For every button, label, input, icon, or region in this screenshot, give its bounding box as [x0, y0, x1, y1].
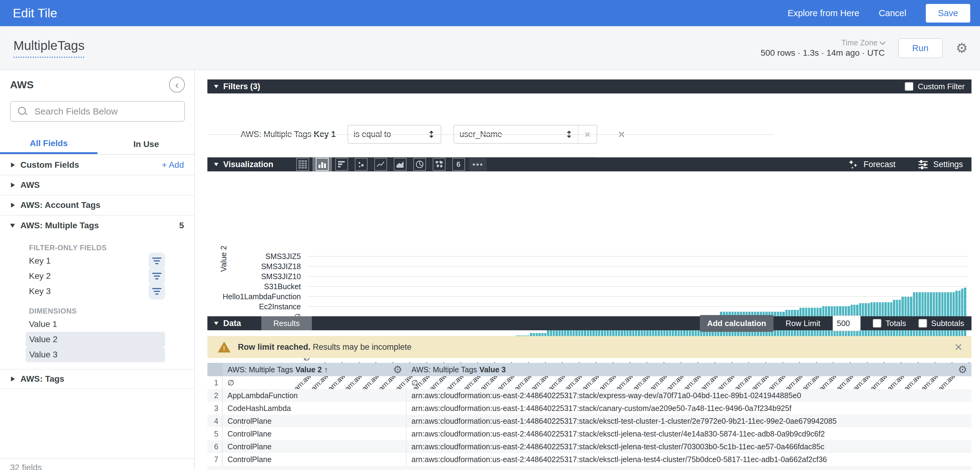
- sparkle-icon: [848, 159, 859, 170]
- tab-in-use[interactable]: In Use: [97, 135, 195, 154]
- tab-all-fields[interactable]: All Fields: [0, 135, 97, 154]
- sidebar-item-aws[interactable]: AWS: [0, 175, 195, 195]
- row-number: 7: [207, 453, 223, 466]
- table-chart-icon[interactable]: [293, 157, 312, 171]
- column-gear-icon[interactable]: ⚙: [393, 364, 402, 376]
- search-input[interactable]: [34, 106, 184, 117]
- column-header-value-3[interactable]: AWS: Multiple Tags Value 3 ⚙: [407, 363, 972, 376]
- cell-value-2: ControlPlane: [223, 440, 407, 453]
- query-title[interactable]: MultipleTags: [13, 38, 84, 58]
- explore-main: Filters (3) Custom Filter AWS: Multiple …: [195, 70, 980, 470]
- bar-chart-icon[interactable]: [312, 157, 332, 171]
- custom-filter-checkbox[interactable]: [905, 82, 913, 91]
- collapse-sidebar-button[interactable]: ‹: [169, 77, 185, 92]
- line-chart-icon[interactable]: [371, 157, 390, 171]
- caret-right-icon: [11, 162, 15, 167]
- close-icon[interactable]: ×: [955, 340, 963, 355]
- model-name: AWS: [10, 79, 33, 91]
- row-limit-warning: ! Row limit reached. Results may be inco…: [207, 336, 972, 358]
- column-gear-icon[interactable]: ⚙: [958, 364, 967, 376]
- table-row-partial: [207, 466, 972, 470]
- sidebar-item-multiple-tags[interactable]: AWS: Multiple Tags 5: [0, 216, 195, 236]
- filter-icon[interactable]: [149, 252, 165, 269]
- chart-type-picker: 6 •••: [293, 157, 488, 171]
- totals-checkbox[interactable]: [873, 319, 881, 327]
- query-stats: 500 rows · 1.3s · 14m ago · UTC: [761, 48, 885, 58]
- cell-value-2: ControlPlane: [223, 453, 407, 466]
- dimensions-label: DIMENSIONS: [29, 307, 195, 315]
- row-limit-input[interactable]: [833, 315, 861, 331]
- edit-tile-window: Edit Tile Explore from Here Cancel Save …: [0, 0, 980, 470]
- cell-value-3: ∅: [407, 376, 972, 389]
- cell-value-2: ∅: [223, 376, 407, 389]
- add-calculation-button[interactable]: Add calculation: [700, 315, 773, 332]
- sidebar-item-custom-fields[interactable]: Custom Fields + Add: [0, 155, 195, 175]
- table-row[interactable]: 3CodeHashLambdaarn:aws:cloudformation:us…: [207, 402, 972, 414]
- field-value-2-selected[interactable]: Value 2: [25, 332, 165, 347]
- sidebar-item-tags[interactable]: AWS: Tags: [0, 369, 195, 389]
- filter-icon[interactable]: [149, 268, 165, 284]
- caret-right-icon: [11, 376, 15, 381]
- table-row[interactable]: 7ControlPlanearn:aws:cloudformation:us-e…: [207, 453, 972, 466]
- filter-icon[interactable]: [149, 283, 165, 300]
- field-value-1[interactable]: Value 1: [0, 317, 195, 332]
- forecast-button[interactable]: Forecast: [848, 159, 895, 170]
- subtotals-checkbox[interactable]: [918, 319, 927, 327]
- table-row[interactable]: 6ControlPlanearn:aws:cloudformation:us-e…: [207, 440, 972, 453]
- tab-results[interactable]: Results: [261, 316, 312, 330]
- field-value-3-selected[interactable]: Value 3: [25, 347, 165, 362]
- map-chart-icon[interactable]: [430, 157, 449, 171]
- visualization-section-bar[interactable]: Visualization: [207, 157, 972, 171]
- gear-icon[interactable]: ⚙: [956, 41, 968, 55]
- more-chart-types-icon[interactable]: •••: [468, 157, 488, 171]
- cell-value-3: arn:aws:cloudformation:us-east-1:4486402…: [407, 414, 972, 427]
- cancel-button[interactable]: Cancel: [879, 8, 906, 18]
- save-button[interactable]: Save: [926, 4, 970, 22]
- single-value-icon[interactable]: 6: [449, 157, 468, 171]
- cell-value-3: arn:aws:cloudformation:us-east-2:4486402…: [407, 440, 972, 453]
- warning-text: Row limit reached. Results may be incomp…: [238, 343, 411, 352]
- field-search[interactable]: [10, 101, 185, 122]
- cell-value-3: arn:aws:cloudformation:us-east-2:4486402…: [407, 427, 972, 440]
- top-bar: Edit Tile Explore from Here Cancel Save: [0, 0, 980, 26]
- scatter-chart-icon[interactable]: [352, 157, 371, 171]
- sidebar-item-account-tags[interactable]: AWS: Account Tags: [0, 195, 195, 216]
- field-key-3[interactable]: Key 3: [0, 284, 195, 299]
- divider: [207, 134, 773, 135]
- pie-chart-icon[interactable]: [410, 157, 430, 171]
- custom-filter-toggle[interactable]: Custom Filter: [905, 82, 965, 91]
- row-number: 6: [207, 440, 223, 453]
- field-key-1[interactable]: Key 1: [0, 253, 195, 268]
- gridline: [308, 266, 969, 267]
- column-header-value-2[interactable]: AWS: Multiple Tags Value 2↑ ⚙: [223, 363, 407, 376]
- data-title: Data: [223, 319, 241, 328]
- caret-down-icon: [214, 163, 218, 166]
- settings-button[interactable]: Settings: [918, 159, 963, 170]
- table-row[interactable]: 1∅∅: [207, 376, 972, 389]
- warning-icon: !: [218, 341, 231, 352]
- cell-value-2: ControlPlane: [223, 414, 407, 427]
- time-zone-label[interactable]: Time Zone: [842, 38, 878, 47]
- cell-value-3: arn:aws:cloudformation:us-east-2:4486402…: [407, 389, 972, 402]
- add-custom-field-button[interactable]: + Add: [162, 160, 184, 170]
- caret-down-icon: [214, 85, 218, 88]
- field-key-2[interactable]: Key 2: [0, 268, 195, 284]
- cell-value-3: arn:aws:cloudformation:us-east-1:4486402…: [407, 402, 972, 414]
- table-row[interactable]: 2AppLambdaFunctionarn:aws:cloudformation…: [207, 389, 972, 402]
- run-button[interactable]: Run: [898, 38, 942, 58]
- visualization-title: Visualization: [223, 160, 274, 169]
- totals-toggle[interactable]: Totals: [873, 319, 906, 328]
- row-number: 4: [207, 414, 223, 427]
- gridline: [308, 276, 969, 277]
- horizontal-bar-chart-icon[interactable]: [332, 157, 352, 171]
- table-row[interactable]: 4ControlPlanearn:aws:cloudformation:us-e…: [207, 414, 972, 427]
- area-chart-icon[interactable]: [390, 157, 410, 171]
- data-section-bar[interactable]: Data Results Add calculation Row Limit T…: [207, 316, 972, 330]
- row-number: 1: [207, 376, 223, 389]
- filters-section-bar[interactable]: Filters (3) Custom Filter: [207, 79, 972, 94]
- explore-from-here-link[interactable]: Explore from Here: [788, 8, 859, 18]
- subtotals-toggle[interactable]: Subtotals: [918, 319, 964, 328]
- chevron-down-icon: [880, 39, 886, 45]
- table-row[interactable]: 5ControlPlanearn:aws:cloudformation:us-e…: [207, 427, 972, 440]
- table-body: 1∅∅2AppLambdaFunctionarn:aws:cloudformat…: [207, 376, 972, 466]
